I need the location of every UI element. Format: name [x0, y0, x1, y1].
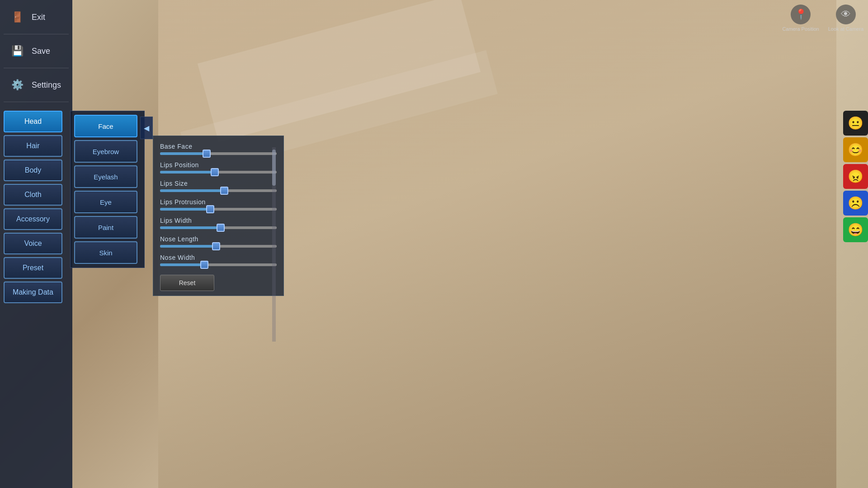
sub-btn-skin[interactable]: Skin: [74, 241, 137, 264]
cat-btn-voice[interactable]: Voice: [4, 233, 62, 254]
emotion-btn-smile[interactable]: 😄: [843, 217, 868, 242]
sub-btn-paint[interactable]: Paint: [74, 216, 137, 239]
camera-controls: 📍 Camera Position 👁 Look at Camera: [782, 5, 863, 32]
camera-position-label: Camera Position: [782, 26, 819, 32]
emotion-icon-happy: 😊: [848, 142, 863, 157]
scrollbar-thumb: [272, 150, 276, 186]
cat-btn-preset[interactable]: Preset: [4, 257, 62, 279]
exit-icon: 🚪: [8, 8, 26, 26]
save-icon: 💾: [8, 42, 26, 60]
param-lips-width: Lips Width: [160, 217, 277, 229]
collapse-icon: ◀: [144, 124, 149, 132]
param-lips-position: Lips Position: [160, 161, 277, 174]
look-at-icon: 👁: [836, 5, 856, 24]
category-buttons: Head Hair Body Cloth Accessory Voice Pre…: [4, 111, 69, 303]
collapse-arrow[interactable]: ◀: [140, 117, 153, 139]
separator-2: [4, 68, 69, 68]
param-label-lips-protrusion: Lips Protrusion: [160, 198, 277, 206]
separator-3: [4, 102, 69, 102]
param-label-lips-position: Lips Position: [160, 161, 277, 169]
cat-btn-hair[interactable]: Hair: [4, 135, 62, 157]
settings-icon: ⚙️: [8, 76, 26, 94]
emotion-btn-neutral[interactable]: 😐: [843, 111, 868, 136]
settings-label: Settings: [32, 80, 61, 90]
params-panel: Base Face Lips Position Lips Size Lips P…: [153, 136, 284, 296]
param-label-base-face: Base Face: [160, 143, 277, 150]
cat-btn-making-data[interactable]: Making Data: [4, 282, 62, 303]
sub-panel: Face Eyebrow Eyelash Eye Paint Skin: [70, 111, 145, 268]
scrollbar[interactable]: [272, 147, 276, 342]
cat-btn-cloth[interactable]: Cloth: [4, 184, 62, 206]
emotion-icon-angry: 😠: [848, 169, 863, 184]
slider-track-nose-width[interactable]: [160, 263, 277, 266]
settings-menu-item[interactable]: ⚙️ Settings: [4, 72, 69, 98]
param-nose-length: Nose Length: [160, 235, 277, 248]
camera-position-btn[interactable]: 📍 Camera Position: [782, 5, 819, 32]
exit-label: Exit: [32, 13, 45, 22]
slider-track-base-face[interactable]: [160, 152, 277, 155]
param-lips-protrusion: Lips Protrusion: [160, 198, 277, 211]
cat-btn-head[interactable]: Head: [4, 111, 62, 132]
cat-btn-body[interactable]: Body: [4, 160, 62, 181]
camera-position-icon: 📍: [791, 5, 811, 24]
cat-btn-accessory[interactable]: Accessory: [4, 208, 62, 230]
look-at-camera-btn[interactable]: 👁 Look at Camera: [828, 5, 863, 32]
reset-button[interactable]: Reset: [160, 275, 214, 291]
slider-track-nose-length[interactable]: [160, 245, 277, 248]
param-base-face: Base Face: [160, 143, 277, 155]
emotion-btn-sad[interactable]: ☹️: [843, 191, 868, 216]
sub-btn-face[interactable]: Face: [74, 115, 137, 137]
slider-track-lips-position[interactable]: [160, 171, 277, 174]
slider-track-lips-width[interactable]: [160, 226, 277, 229]
slider-track-lips-protrusion[interactable]: [160, 208, 277, 211]
param-label-nose-length: Nose Length: [160, 235, 277, 243]
param-label-nose-width: Nose Width: [160, 254, 277, 261]
left-sidebar: 🚪 Exit 💾 Save ⚙️ Settings Head Hair Body…: [0, 0, 72, 488]
exit-menu-item[interactable]: 🚪 Exit: [4, 5, 69, 30]
emotion-btn-happy[interactable]: 😊: [843, 137, 868, 162]
emotion-icon-smile: 😄: [848, 222, 863, 237]
look-at-label: Look at Camera: [828, 26, 863, 32]
slider-track-lips-size[interactable]: [160, 189, 277, 192]
separator-1: [4, 34, 69, 34]
save-menu-item[interactable]: 💾 Save: [4, 38, 69, 64]
param-label-lips-width: Lips Width: [160, 217, 277, 224]
emotion-btn-angry[interactable]: 😠: [843, 164, 868, 189]
sub-btn-eyelash[interactable]: Eyelash: [74, 165, 137, 188]
emotion-icon-sad: ☹️: [848, 196, 863, 211]
param-label-lips-size: Lips Size: [160, 180, 277, 187]
param-lips-size: Lips Size: [160, 180, 277, 192]
param-nose-width: Nose Width: [160, 254, 277, 266]
sub-btn-eyebrow[interactable]: Eyebrow: [74, 140, 137, 163]
save-label: Save: [32, 47, 50, 56]
emotion-icon-neutral: 😐: [848, 116, 863, 131]
emotion-panel: 😐 😊 😠 ☹️ 😄: [843, 111, 868, 242]
sub-btn-eye[interactable]: Eye: [74, 191, 137, 213]
